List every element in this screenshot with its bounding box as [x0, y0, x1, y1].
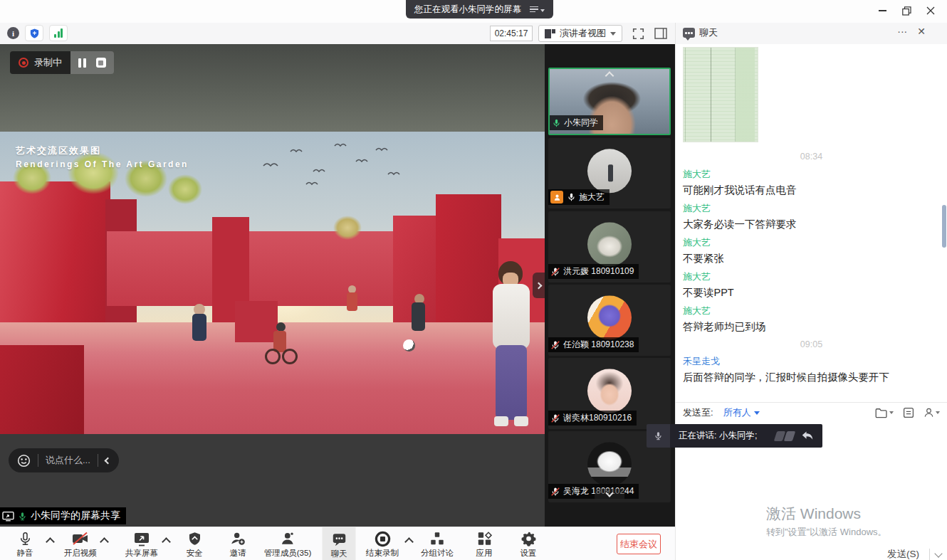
screen-share-surface: 艺术交流区效果图 Renderings Of The Art Garden 录制… [0, 44, 545, 527]
avatar [587, 369, 632, 413]
chat-close-button[interactable]: ✕ [917, 26, 926, 37]
mic-on-icon [18, 511, 27, 522]
chat-more-button[interactable]: ··· [897, 26, 907, 37]
emoji-icon[interactable] [17, 454, 31, 467]
security-shield-button[interactable] [25, 25, 43, 41]
toolbar-label: 开启视频 [64, 548, 97, 559]
caret-down-icon [610, 32, 616, 36]
message-text: 大家务必读一下答辩要求 [683, 218, 797, 231]
announcement-icon [903, 407, 914, 418]
birds-flock [256, 137, 406, 194]
chat-button[interactable]: 聊天 [323, 527, 356, 560]
members-icon [280, 531, 295, 546]
chat-image-attachment[interactable] [683, 47, 758, 142]
message-text: 不要读PPT [683, 286, 734, 300]
shared-slide-image: 艺术交流区效果图 Renderings Of The Art Garden [0, 132, 545, 434]
send-to-label: 发送至: [683, 406, 713, 419]
side-panel-button[interactable] [652, 26, 669, 41]
apps-button[interactable]: 应用 [476, 530, 493, 559]
chat-scrollbar[interactable] [941, 44, 946, 421]
send-button[interactable]: 发送(S) [883, 546, 924, 560]
mute-button[interactable]: 静音 [17, 530, 33, 559]
chat-panel-header: 聊天 ··· ✕ [675, 23, 947, 44]
send-to-value: 所有人 [723, 406, 751, 419]
participant-name: 小朱同学 [564, 117, 598, 129]
meeting-timer: 02:45:17 [490, 26, 533, 41]
minimize-button[interactable] [870, 1, 894, 20]
security-button[interactable]: 安全 [187, 530, 203, 559]
scrollbar-thumb[interactable] [942, 205, 946, 248]
invite-person-icon [230, 531, 246, 546]
pause-recording-button[interactable] [78, 58, 86, 68]
host-badge-icon [550, 191, 563, 204]
view-mode-button[interactable]: 演讲者视图 [538, 25, 622, 42]
video-tile[interactable]: 谢奕林180910216 [548, 358, 671, 429]
collapse-pill-icon[interactable] [104, 457, 111, 464]
share-options-caret[interactable] [162, 537, 171, 546]
active-speaker-toast: 正在讲话: 小朱同学; [647, 424, 822, 448]
mute-options-caret[interactable] [46, 537, 55, 546]
video-tile[interactable]: 任治颖 180910238 [548, 285, 671, 356]
message-sender: 施大艺 [683, 202, 711, 215]
recording-options-caret[interactable] [404, 537, 414, 546]
file-send-button[interactable] [875, 408, 894, 418]
shield-plus-icon [29, 28, 40, 39]
settings-button[interactable]: 设置 [520, 530, 537, 559]
titlebar: 您正在观看小朱同学的屏幕 [0, 0, 947, 23]
tree [168, 174, 202, 204]
video-tile[interactable]: 洪元媛 180910109 [548, 211, 671, 282]
slide-title-zh: 艺术交流区效果图 [16, 144, 189, 157]
caret-down-icon [754, 411, 760, 415]
toast-menu-icon[interactable] [530, 6, 545, 13]
share-screen-button[interactable]: 共享屏幕 [125, 530, 158, 559]
start-video-button[interactable]: 开启视频 [64, 530, 97, 559]
red-wall [235, 301, 278, 342]
soccer-ball [403, 339, 415, 352]
manage-members-button[interactable]: 管理成员(35) [264, 530, 311, 559]
meeting-info-icon[interactable]: i [7, 27, 19, 39]
reply-arrow-icon[interactable] [801, 430, 814, 442]
announcement-button[interactable] [903, 407, 914, 418]
chat-bubble-icon [683, 28, 695, 38]
invite-button[interactable]: 邀请 [230, 530, 246, 559]
video-options-caret[interactable] [100, 537, 109, 546]
quick-chat-input[interactable]: 说点什么... [46, 454, 90, 467]
chat-panel[interactable]: 08:34 施大艺 可能刚才我说话有点电音 施大艺 大家务必读一下答辩要求 施大… [675, 44, 947, 560]
stop-recording-button[interactable] [96, 58, 106, 68]
message-text: 可能刚才我说话有点电音 [683, 184, 797, 197]
toolbar-label: 设置 [520, 548, 537, 559]
active-speaker-text: 正在讲话: 小朱同学; [679, 430, 757, 442]
participant-video-strip: 小朱同学 施大艺 [545, 44, 675, 527]
end-meeting-button[interactable]: 结束会议 [617, 534, 661, 554]
scroll-down-button[interactable] [595, 489, 624, 500]
video-strip-toggle[interactable] [533, 273, 545, 298]
send-to-selector[interactable]: 所有人 [723, 406, 760, 419]
mic-on-icon [552, 118, 561, 128]
video-tile[interactable]: 施大艺 [548, 138, 671, 208]
recording-indicator: 录制中 [10, 51, 114, 74]
caret-down-icon [540, 9, 545, 12]
video-tile[interactable]: 小朱同学 [548, 68, 671, 135]
send-options-caret[interactable] [934, 549, 942, 557]
toolbar-label: 静音 [17, 548, 33, 559]
restore-button[interactable] [894, 1, 919, 20]
close-button[interactable] [919, 1, 943, 20]
breakout-rooms-button[interactable]: 分组讨论 [421, 530, 454, 559]
watching-screen-label: 您正在观看小朱同学的屏幕 [414, 4, 521, 16]
network-signal-button[interactable] [49, 25, 68, 41]
mic-icon [654, 430, 663, 441]
toolbar-label: 结束录制 [366, 548, 399, 559]
chat-panel-title: 聊天 [699, 26, 718, 39]
recording-label: 录制中 [34, 56, 62, 69]
window-controls [870, 1, 943, 20]
meeting-app-window: 您正在观看小朱同学的屏幕 i [0, 0, 947, 560]
private-chat-button[interactable] [924, 407, 940, 418]
stop-recording-button[interactable]: 结束录制 [366, 530, 399, 559]
caret-down-icon [889, 411, 894, 414]
send-to-row: 发送至: 所有人 [676, 403, 947, 423]
fullscreen-button[interactable] [629, 26, 647, 41]
watching-screen-toast[interactable]: 您正在观看小朱同学的屏幕 [406, 0, 553, 19]
cutout-person-shoe [514, 416, 528, 426]
chevron-down-icon [605, 489, 613, 497]
cutout-person-shoe [494, 416, 508, 426]
